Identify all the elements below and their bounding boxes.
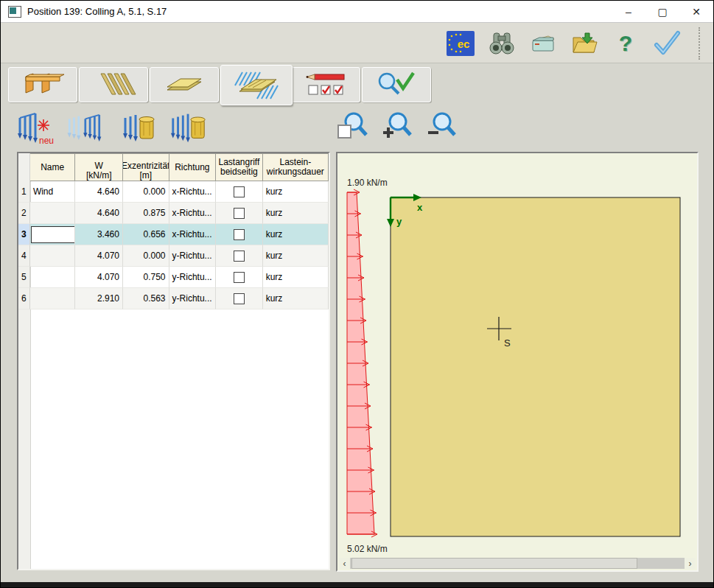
cell-name[interactable] bbox=[30, 267, 76, 288]
zoom-window-button[interactable] bbox=[334, 109, 374, 146]
tab-wall[interactable] bbox=[8, 67, 77, 102]
beidseitig-checkbox[interactable] bbox=[234, 251, 245, 262]
cell-exz[interactable]: 0.750 bbox=[123, 267, 169, 288]
cell-richtung[interactable]: x-Richtu... bbox=[169, 203, 217, 224]
table-row[interactable]: 4 4.070 0.000 y-Richtu... kurz bbox=[18, 245, 329, 267]
header-lastangriff[interactable]: Lastangriffbeidseitig bbox=[216, 153, 263, 181]
cell-w[interactable]: 4.640 bbox=[75, 181, 123, 203]
scroll-left-button[interactable]: ‹ bbox=[339, 558, 350, 569]
cell-exz[interactable]: 0.000 bbox=[123, 181, 169, 203]
neu-label: neu bbox=[39, 136, 54, 146]
cell-w[interactable]: 4.070 bbox=[75, 245, 123, 267]
minimize-button[interactable]: – bbox=[612, 1, 645, 22]
cell-exz[interactable]: 0.656 bbox=[123, 224, 169, 245]
tab-results[interactable] bbox=[362, 67, 431, 102]
cell-richtung[interactable]: y-Richtu... bbox=[169, 245, 217, 267]
panel-loads-icon bbox=[232, 69, 281, 102]
main-toolbar: ec bbox=[1, 23, 713, 63]
beidseitig-checkbox[interactable] bbox=[234, 208, 245, 219]
row-number[interactable]: 5 bbox=[18, 267, 30, 288]
eurocode-button[interactable]: ec bbox=[445, 28, 476, 59]
cell-dauer[interactable]: kurz bbox=[263, 224, 329, 245]
zoom-out-button[interactable] bbox=[422, 109, 462, 146]
table-row[interactable]: 1 Wind 4.640 0.000 x-Richtu... kurz bbox=[18, 181, 329, 203]
maximize-button[interactable]: ▢ bbox=[645, 1, 679, 22]
cell-name[interactable] bbox=[30, 203, 76, 224]
new-load-button[interactable]: neu bbox=[14, 109, 54, 146]
table-row[interactable]: 6 2.910 0.563 y-Richtu... kurz bbox=[18, 288, 329, 309]
cell-richtung[interactable]: y-Richtu... bbox=[169, 267, 217, 288]
axis-x-label: x bbox=[417, 202, 423, 213]
table-row[interactable]: 2 4.640 0.875 x-Richtu... kurz bbox=[18, 203, 329, 224]
printer-icon bbox=[529, 30, 557, 57]
header-name[interactable]: Name bbox=[30, 153, 76, 181]
cell-exz[interactable]: 0.563 bbox=[123, 288, 169, 309]
beidseitig-checkbox[interactable] bbox=[234, 293, 245, 304]
copy-load-button[interactable] bbox=[64, 109, 104, 146]
delete-all-loads-icon bbox=[169, 109, 209, 146]
delete-load-icon bbox=[119, 109, 158, 146]
close-button[interactable]: ✕ bbox=[679, 1, 713, 22]
row-number[interactable]: 2 bbox=[18, 203, 30, 224]
delete-load-button[interactable] bbox=[119, 109, 158, 146]
folder-download-icon bbox=[570, 30, 598, 57]
horizontal-scrollbar[interactable]: ‹ › bbox=[339, 558, 696, 569]
cell-richtung[interactable]: x-Richtu... bbox=[169, 224, 217, 245]
header-lasteinwirkungsdauer[interactable]: Lastein-wirkungsdauer bbox=[263, 153, 329, 181]
cell-w[interactable]: 2.910 bbox=[75, 288, 123, 309]
table-header-row: Name W[kN/m] Exzentrizität[m] Richtung L… bbox=[18, 153, 329, 181]
cell-name[interactable] bbox=[30, 288, 76, 309]
tab-panels[interactable] bbox=[150, 67, 219, 102]
confirm-button[interactable] bbox=[651, 28, 682, 59]
cell-w[interactable]: 4.070 bbox=[75, 267, 123, 288]
beidseitig-checkbox[interactable] bbox=[234, 229, 245, 240]
cell-dauer[interactable]: kurz bbox=[263, 267, 329, 288]
name-edit-field[interactable] bbox=[31, 226, 76, 243]
eu-flag-icon: ec bbox=[447, 31, 475, 56]
cell-w[interactable]: 3.460 bbox=[75, 224, 123, 245]
cell-exz[interactable]: 0.875 bbox=[123, 203, 169, 224]
search-button[interactable] bbox=[486, 28, 517, 59]
header-exzentrizitaet[interactable]: Exzentrizität[m] bbox=[123, 153, 169, 181]
zoom-in-button[interactable] bbox=[378, 109, 418, 146]
scroll-right-button[interactable]: › bbox=[685, 558, 696, 569]
wall-icon bbox=[20, 71, 66, 99]
row-number[interactable]: 3 bbox=[18, 224, 30, 245]
cell-dauer[interactable]: kurz bbox=[263, 245, 329, 267]
row-number[interactable]: 4 bbox=[18, 245, 30, 267]
cell-dauer[interactable]: kurz bbox=[263, 203, 329, 224]
cell-richtung[interactable]: y-Richtu... bbox=[169, 288, 217, 309]
loads-table: Name W[kN/m] Exzentrizität[m] Richtung L… bbox=[17, 152, 330, 570]
cell-name[interactable]: Wind bbox=[30, 181, 76, 203]
import-button[interactable] bbox=[569, 28, 600, 59]
header-w[interactable]: W[kN/m] bbox=[75, 153, 123, 181]
beidseitig-checkbox[interactable] bbox=[234, 272, 245, 283]
cell-name[interactable] bbox=[30, 245, 76, 267]
cell-richtung[interactable]: x-Richtu... bbox=[169, 181, 217, 203]
tab-options[interactable] bbox=[291, 67, 360, 102]
drawing-panel[interactable]: x y S 1.90 kN/m 5.02 kN/m ‹ › bbox=[336, 152, 699, 572]
tab-loads[interactable] bbox=[220, 65, 293, 105]
help-button[interactable]: ? bbox=[610, 28, 641, 59]
pencil-checkboxes-icon bbox=[303, 71, 349, 99]
cell-exz[interactable]: 0.000 bbox=[123, 245, 169, 267]
scrollbar-track[interactable] bbox=[350, 558, 685, 569]
tab-beams[interactable] bbox=[79, 67, 148, 102]
header-richtung[interactable]: Richtung bbox=[169, 153, 217, 181]
cell-dauer[interactable]: kurz bbox=[263, 181, 329, 203]
delete-all-loads-button[interactable] bbox=[169, 109, 209, 146]
help-icon: ? bbox=[619, 31, 632, 56]
print-button[interactable] bbox=[528, 28, 559, 59]
cell-w[interactable]: 4.640 bbox=[75, 203, 123, 224]
panels-icon bbox=[161, 71, 207, 99]
app-icon bbox=[8, 6, 21, 18]
scrollbar-thumb[interactable] bbox=[351, 558, 637, 569]
beidseitig-checkbox[interactable] bbox=[234, 186, 245, 197]
table-row[interactable]: 5 4.070 0.750 y-Richtu... kurz bbox=[18, 267, 329, 288]
row-number[interactable]: 1 bbox=[18, 181, 30, 203]
cell-dauer[interactable]: kurz bbox=[263, 288, 329, 309]
axis-y-label: y bbox=[396, 216, 402, 227]
app-window: Position 139: Colling A, 5.1, S.17 – ▢ ✕ bbox=[0, 0, 714, 588]
table-row-selected[interactable]: 3 3.460 0.656 x-Richtu... kurz bbox=[18, 224, 329, 245]
row-number[interactable]: 6 bbox=[18, 288, 30, 309]
